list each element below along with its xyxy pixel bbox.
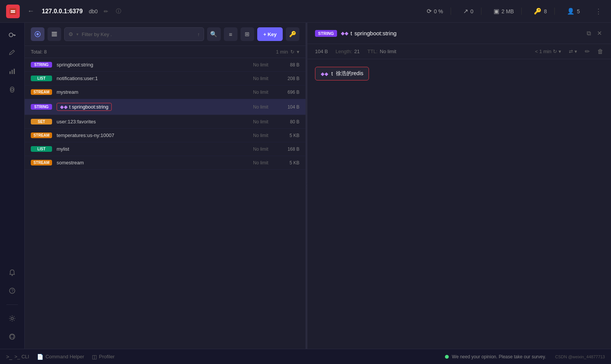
filter-input[interactable]	[82, 32, 194, 37]
key-name-box: ◆◆ t springboot:string	[57, 103, 112, 111]
sort-icon[interactable]: ↑	[197, 32, 200, 37]
detail-switch-dropdown[interactable]: ▾	[575, 49, 577, 54]
type-badge: STRING	[31, 104, 52, 110]
svg-rect-1	[11, 10, 15, 11]
key-row[interactable]: LIST notifications:user:1 No limit 208 B	[25, 72, 306, 85]
filter-dropdown[interactable]: ▾	[76, 32, 79, 37]
survey-text: We need your opinion. Please take our su…	[452, 354, 546, 359]
main-layout: ? ⚙ ▾ ↑	[0, 23, 611, 349]
key-row[interactable]: STREAM somestream No limit 5 KB	[25, 156, 306, 170]
svg-point-14	[11, 317, 13, 320]
detail-copy-btn[interactable]: ⧉	[585, 28, 592, 38]
detail-close-btn[interactable]: ✕	[595, 28, 603, 38]
key-name: notifications:user:1	[57, 76, 243, 81]
key-size: 208 B	[279, 76, 299, 81]
detail-refresh-control[interactable]: < 1 min ↻ ▾	[535, 49, 561, 54]
key-ttl: No limit	[247, 104, 274, 110]
menu-btn[interactable]: ≡	[224, 27, 237, 41]
detail-value-area: ◆◆ t 徐浩的redis	[307, 59, 611, 349]
key-name: mylist	[57, 146, 243, 152]
type-badge: LIST	[31, 76, 52, 81]
key-row[interactable]: STREAM temperatures:us-ny:10007 No limit…	[25, 129, 306, 142]
refresh-icon[interactable]: ↻	[290, 49, 294, 55]
detail-diamond-icon: ◆◆	[341, 30, 348, 36]
info-icon[interactable]: ⓘ	[114, 7, 123, 16]
cli-button[interactable]: >_ >_ CLI	[6, 354, 29, 360]
sidebar-divider	[6, 304, 18, 305]
command-helper-icon: 📄	[37, 354, 43, 360]
bottom-bar: >_ >_ CLI 📄 Command Helper ◫ Profiler We…	[0, 349, 611, 364]
view-tree-btn[interactable]	[47, 27, 61, 41]
view-list-btn[interactable]	[31, 27, 44, 41]
profiler-button[interactable]: ◫ Profiler	[92, 354, 115, 360]
sidebar-item-keys[interactable]	[5, 27, 20, 43]
key-row[interactable]: SET user:123:favorites No limit 80 B	[25, 115, 306, 129]
detail-type-badge: STRING	[315, 30, 337, 37]
svg-rect-8	[12, 70, 13, 74]
keys-icon: 🔑	[534, 8, 541, 15]
search-button[interactable]: 🔍	[207, 27, 221, 41]
add-key-button[interactable]: + Key	[257, 27, 283, 41]
sidebar-item-analytics[interactable]	[5, 64, 20, 79]
filter-input-container: ⚙ ▾ ↑	[64, 27, 204, 41]
detail-edit-btn[interactable]: ✏	[585, 48, 590, 55]
ops-stat: ↗ 0	[456, 8, 481, 15]
filter-settings-icon[interactable]: ⚙	[68, 31, 73, 37]
keys-stat: 🔑 8	[526, 8, 555, 15]
back-button[interactable]: ←	[24, 6, 37, 17]
sidebar-item-notifications[interactable]	[5, 265, 20, 280]
key-name: ◆◆ t springboot:string	[57, 103, 243, 111]
key-size: 5 KB	[279, 160, 299, 165]
sidebar: ?	[0, 23, 25, 349]
total-count: Total: 8	[31, 49, 276, 55]
key-name: user:123:favorites	[57, 119, 243, 124]
value-text: 徐浩的redis	[336, 70, 363, 77]
host-label: 127.0.0.1:6379	[42, 8, 83, 15]
key-ttl: No limit	[247, 147, 274, 152]
detail-refresh-dropdown[interactable]: ▾	[559, 49, 561, 54]
svg-rect-20	[52, 35, 57, 36]
cpu-stat: ⟳ 0 %	[419, 8, 451, 15]
sidebar-item-help[interactable]: ?	[5, 283, 20, 298]
key-row-selected[interactable]: STRING ◆◆ t springboot:string No limit 1…	[25, 99, 306, 115]
refresh-dropdown-icon[interactable]: ▾	[297, 49, 299, 55]
detail-refresh-icon[interactable]: ↻	[553, 49, 557, 54]
detail-header: STRING ◆◆ t springboot:string ⧉ ✕	[307, 23, 611, 44]
content-area: ⚙ ▾ ↑ 🔍 ≡ ⊞ + Key 🔑 Total: 8 1 min ↻	[25, 23, 611, 349]
detail-switch-icon: ⇄	[569, 49, 573, 54]
value-item[interactable]: ◆◆ t 徐浩的redis	[315, 67, 369, 80]
detail-delete-btn[interactable]: 🗑	[597, 48, 603, 55]
cpu-icon: ⟳	[427, 8, 432, 15]
key-row[interactable]: LIST mylist No limit 168 B	[25, 142, 306, 156]
key-size: 5 KB	[279, 133, 299, 138]
detail-header-actions: ⧉ ✕	[585, 28, 603, 38]
key-row[interactable]: STREAM mystream No limit 696 B	[25, 85, 306, 99]
value-prefix: t	[331, 71, 333, 77]
key-format-btn[interactable]: 🔑	[286, 27, 299, 41]
command-helper-button[interactable]: 📄 Command Helper	[37, 354, 84, 360]
refresh-control[interactable]: 1 min ↻ ▾	[276, 49, 299, 55]
survey-status-dot	[445, 355, 449, 359]
diamond-icon: ◆◆	[60, 104, 68, 110]
sidebar-item-pubsub[interactable]	[5, 82, 20, 97]
key-row[interactable]: STRING springboot:string No limit 88 B	[25, 58, 306, 72]
sidebar-item-edit[interactable]	[5, 46, 20, 61]
cli-icon: >_	[6, 354, 12, 360]
edit-connection-icon[interactable]: ✏	[102, 8, 110, 15]
svg-point-3	[9, 33, 13, 37]
value-diamond-icon: ◆◆	[321, 71, 328, 77]
key-ttl: No limit	[247, 62, 274, 68]
svg-rect-0	[9, 8, 16, 15]
sidebar-item-github[interactable]	[5, 329, 20, 344]
type-badge: STRING	[31, 62, 52, 68]
svg-point-10	[11, 88, 13, 91]
grid-btn[interactable]: ⊞	[241, 27, 254, 41]
svg-rect-18	[52, 32, 57, 33]
more-options-icon[interactable]: ⋮	[592, 7, 605, 16]
detail-switch-view[interactable]: ⇄ ▾	[569, 49, 577, 54]
detail-key-name: ◆◆ t springboot:string	[341, 30, 581, 36]
detail-ttl: TTL: No limit	[367, 49, 396, 54]
sidebar-item-settings[interactable]	[5, 311, 20, 326]
key-size: 88 B	[279, 62, 299, 68]
ops-icon: ↗	[463, 8, 468, 15]
